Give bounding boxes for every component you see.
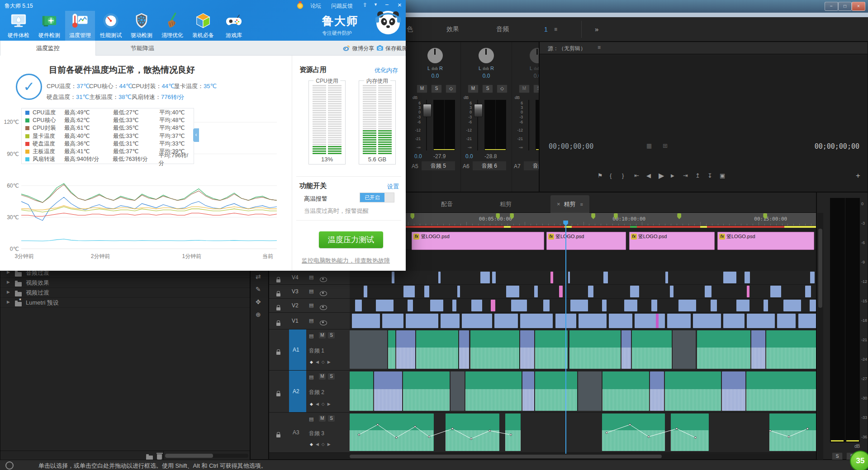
video-clip-fragment[interactable]	[805, 286, 811, 297]
minimize-button[interactable]: −	[825, 2, 838, 11]
video-clip-fragment[interactable]	[355, 300, 362, 311]
nav-item-7[interactable]: 装机必备	[188, 11, 218, 41]
tab-menu-icon[interactable]: ≡	[580, 202, 583, 207]
hand-tool[interactable]: ✥	[256, 298, 261, 306]
video-clip-fragment[interactable]	[630, 286, 640, 297]
close-button[interactable]: ×	[852, 2, 865, 11]
mark-in-button[interactable]: {	[610, 172, 612, 179]
video-clip-fragment[interactable]	[747, 314, 775, 328]
tab-节能降温[interactable]: 节能降温	[95, 41, 190, 56]
source-target-icon[interactable]: ▤	[309, 318, 313, 324]
step-forward-button[interactable]: ▶	[671, 173, 674, 178]
mixer-keyframe-button[interactable]: ◇	[446, 85, 456, 93]
dropdown-icon[interactable]: ▼	[374, 2, 378, 7]
audio-clip[interactable]	[451, 371, 465, 411]
solo-button[interactable]: S	[328, 415, 335, 422]
gain-value[interactable]: 0.0	[414, 153, 422, 160]
video-clip-fragment[interactable]	[777, 314, 796, 328]
insert-button[interactable]: ↥	[695, 172, 700, 179]
video-clip-fragment[interactable]	[376, 300, 394, 311]
share-icon[interactable]: ⇧	[363, 2, 367, 8]
track-name-field[interactable]: 音频 6	[473, 161, 506, 170]
clip-psd[interactable]: fx竖LOGO.psd	[717, 232, 814, 250]
step-back-button[interactable]: ◀	[646, 172, 651, 179]
fit-icon[interactable]: ⊞	[663, 142, 668, 149]
video-clip-fragment[interactable]	[736, 300, 749, 311]
clip-psd[interactable]: fx竖LOGO.psd	[546, 232, 626, 250]
lock-icon[interactable]	[276, 320, 280, 328]
keyframe-controls[interactable]: ◆◀◇▶	[310, 402, 333, 406]
stress-desc-link[interactable]: 监控电脑散热能力，排查散热故障	[302, 257, 390, 265]
track-content-V4[interactable]	[350, 271, 816, 285]
lock-icon[interactable]	[276, 348, 280, 357]
video-clip-fragment[interactable]	[408, 300, 413, 311]
sequence-marker-icon[interactable]	[410, 213, 414, 219]
audio-clip[interactable]	[403, 371, 450, 411]
video-clip-fragment[interactable]	[651, 300, 657, 311]
workspace-menu-icon[interactable]: ≡	[554, 17, 557, 41]
save-screenshot-link[interactable]: 保存截屏	[385, 45, 407, 52]
pen-tool[interactable]: ✎	[256, 286, 261, 293]
track-name[interactable]: 音频 1	[309, 347, 324, 355]
video-clip-fragment[interactable]	[705, 286, 711, 297]
track-content-V3[interactable]	[350, 285, 816, 299]
tab-温度监控[interactable]: 温度监控	[0, 41, 96, 56]
solo-button[interactable]: S	[328, 332, 335, 338]
audio-clip[interactable]	[751, 330, 765, 369]
add-marker-button[interactable]: ⚑	[598, 172, 603, 179]
add-panel-button[interactable]: +	[856, 171, 860, 180]
video-clip-fragment[interactable]	[534, 286, 538, 297]
lock-icon[interactable]	[276, 276, 280, 284]
audio-clip[interactable]	[350, 371, 373, 411]
gain-value[interactable]: 0.0	[465, 153, 473, 160]
effects-folder-row[interactable]: ▶视频效果	[0, 277, 250, 288]
nav-item-5[interactable]: 驱动检测	[127, 11, 157, 41]
video-clip-fragment[interactable]	[452, 300, 456, 311]
lock-icon[interactable]	[276, 390, 280, 398]
legend-collapse-button[interactable]: ‹	[193, 128, 199, 142]
nav-item-1[interactable]: 硬件体检	[4, 11, 33, 41]
video-clip-fragment[interactable]	[579, 314, 607, 328]
fader-handle[interactable]	[474, 104, 483, 117]
audio-clip[interactable]	[505, 414, 521, 451]
timeline-tab-粗剪[interactable]: 粗剪	[493, 195, 518, 213]
audio-clip[interactable]	[766, 330, 816, 369]
video-clip-fragment[interactable]	[430, 300, 443, 311]
source-target-icon[interactable]: ▤	[309, 288, 313, 294]
video-clip-fragment[interactable]	[494, 314, 518, 328]
video-clip-fragment[interactable]	[559, 286, 563, 297]
source-timecode-current[interactable]: 00;00;00;00	[549, 142, 593, 150]
go-to-in-button[interactable]: ⇤	[634, 172, 639, 179]
source-target-icon[interactable]: ▤	[309, 302, 313, 308]
audio-clip[interactable]	[350, 414, 434, 451]
video-clip-fragment[interactable]	[588, 286, 593, 297]
audio-clip[interactable]	[459, 330, 470, 369]
video-clip-fragment[interactable]	[438, 272, 441, 283]
pan-value[interactable]: 0.0	[512, 73, 539, 79]
audio-clip[interactable]	[416, 330, 458, 369]
video-clip-fragment[interactable]	[511, 300, 527, 311]
expand-arrow-icon[interactable]: ▶	[7, 290, 10, 294]
expand-arrow-icon[interactable]: ▶	[7, 280, 10, 284]
audio-clip[interactable]	[569, 330, 621, 369]
sequence-marker-icon[interactable]	[677, 213, 681, 219]
video-clip-fragment[interactable]	[424, 286, 429, 297]
video-clip-fragment[interactable]	[810, 272, 815, 283]
video-clip-fragment[interactable]	[798, 314, 816, 328]
track-content-pink[interactable]: fx竖LOGO.psdfx竖LOGO.psdfx竖LOGO.psdfx竖LOGO…	[350, 232, 816, 250]
audio-clip[interactable]	[602, 414, 665, 451]
audio-clip[interactable]	[535, 371, 577, 411]
video-clip-fragment[interactable]	[723, 272, 736, 283]
timeline-ruler[interactable]: 00:05:00:0000:10:00:0000:15:00:00	[350, 213, 816, 226]
track-header-A3[interactable]: A3▤MS音频 3◆◀◇▶	[269, 413, 350, 453]
video-clip-fragment[interactable]	[810, 300, 816, 311]
audio-clip[interactable]	[671, 414, 709, 451]
screenshot-icon[interactable]	[376, 44, 384, 52]
track-name[interactable]: 音频 2	[309, 389, 324, 396]
eye-icon[interactable]	[320, 304, 327, 312]
video-clip-fragment[interactable]	[462, 314, 492, 328]
nav-item-3[interactable]: 温度管理	[65, 11, 95, 41]
play-button[interactable]: ▶	[659, 171, 664, 180]
track-content-V2[interactable]	[350, 299, 816, 313]
audio-clip[interactable]	[396, 330, 415, 369]
